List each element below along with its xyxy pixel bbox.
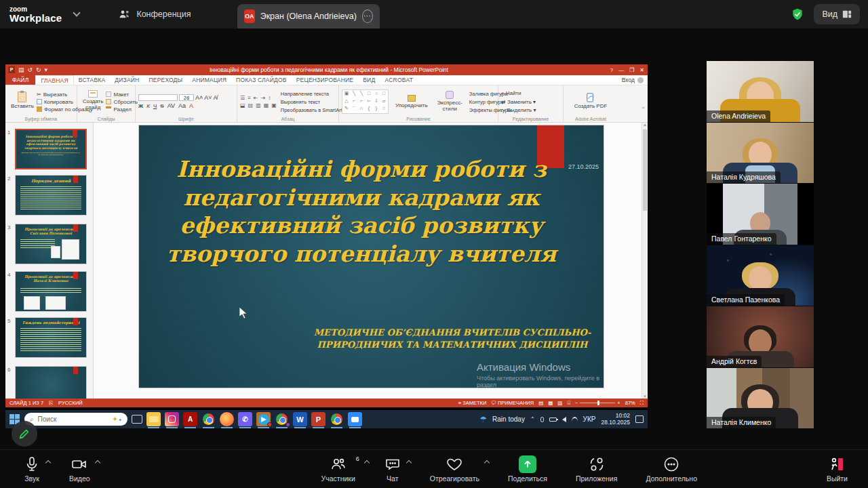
tab-meeting[interactable]: Конференция xyxy=(119,9,191,20)
tray-chevron-icon[interactable]: ⌃ xyxy=(530,416,535,422)
participant-video[interactable]: Наталія Кудряшова xyxy=(707,123,814,184)
powerpoint-app-icon[interactable]: P xyxy=(8,66,15,73)
instagram-icon[interactable] xyxy=(165,412,179,426)
video-button[interactable]: Видео xyxy=(61,455,98,483)
chrome-icon-2[interactable] xyxy=(330,412,344,426)
restore-button[interactable]: ❐ xyxy=(629,67,634,73)
thumbnail-slide-6[interactable]: 6 xyxy=(15,366,87,399)
fit-to-window-icon[interactable]: ⛶ xyxy=(640,400,644,407)
align-center-icon[interactable]: ▤ xyxy=(248,102,254,108)
tab-acrobat[interactable]: ACROBAT xyxy=(380,75,418,85)
chrome-profile-icon[interactable] xyxy=(275,412,289,426)
participant-video[interactable]: Андрій Когтєв xyxy=(707,306,814,367)
minimize-button[interactable]: — xyxy=(618,67,624,73)
grow-font-icon[interactable]: A˄ xyxy=(195,94,203,101)
weather-label[interactable]: Rain today xyxy=(492,415,525,423)
audio-options-chevron-icon[interactable] xyxy=(45,460,51,466)
underline-button[interactable]: Ч xyxy=(153,103,157,109)
indent-right-icon[interactable]: ⇥ xyxy=(261,95,266,101)
clear-format-icon[interactable]: A̸ xyxy=(214,94,218,101)
participants-chevron-icon[interactable] xyxy=(364,460,370,466)
react-chevron-icon[interactable] xyxy=(484,460,490,466)
viber-icon[interactable]: ✆ xyxy=(238,412,252,426)
tab-slideshow[interactable]: ПОКАЗ СЛАЙДОВ xyxy=(231,75,292,85)
task-view-icon[interactable] xyxy=(132,415,142,424)
arrange-button[interactable]: Упорядочить xyxy=(393,88,431,115)
taskbar-search[interactable]: ⌕ Поиск ✦✦ xyxy=(24,413,127,426)
font-color-icon[interactable]: A xyxy=(189,102,193,109)
thumbnail-slide-3[interactable]: 3 Пропозиції до презентації Світлани Паз… xyxy=(15,224,87,264)
align-left-icon[interactable]: ⬓ xyxy=(240,102,245,108)
strike-button[interactable]: S xyxy=(160,103,163,109)
save-icon[interactable]: ▤ xyxy=(18,66,24,73)
battery-icon[interactable] xyxy=(549,418,557,422)
acrobat-icon[interactable]: A xyxy=(183,412,197,426)
replace-button[interactable]: ⇄ Заменить ▾ xyxy=(501,99,560,105)
tab-transitions[interactable]: ПЕРЕХОДЫ xyxy=(144,75,187,85)
view-sorter-icon[interactable]: ▦ xyxy=(548,400,553,406)
tab-file[interactable]: ФАЙЛ xyxy=(5,75,35,85)
word-icon[interactable]: W xyxy=(293,412,307,426)
notification-center-icon[interactable] xyxy=(635,415,644,423)
participants-button[interactable]: 6 Участники xyxy=(313,455,363,483)
telegram-icon[interactable] xyxy=(256,412,271,426)
participant-video[interactable]: Павел Гонтаренко xyxy=(707,184,814,245)
zoom-in-icon[interactable]: + xyxy=(617,400,620,406)
text-direction-button[interactable]: Направление текста xyxy=(281,91,342,97)
spellcheck-icon[interactable]: ⎘ xyxy=(49,400,53,407)
tab-review[interactable]: РЕЦЕНЗИРОВАНИЕ xyxy=(292,75,359,85)
ppt-title-bar[interactable]: P ▤ ↺ ↻ ▾ Інноваційні форми роботи з пед… xyxy=(5,64,648,75)
align-text-button[interactable]: Выровнять текст xyxy=(281,99,342,105)
font-name-box[interactable] xyxy=(138,94,178,101)
view-slideshow-icon[interactable]: ⍗ xyxy=(567,400,570,407)
screen-tab-more-icon[interactable]: ⋯ xyxy=(362,9,373,23)
leave-button[interactable]: Выйти xyxy=(818,455,856,483)
new-slide-button[interactable]: Создать слайд xyxy=(80,87,106,114)
weather-icon[interactable]: ☂ xyxy=(479,415,487,424)
language-indicator[interactable]: РУССКИЙ xyxy=(58,400,83,406)
zoom-app-icon[interactable] xyxy=(348,412,362,426)
thumbnail-slide-5[interactable]: 5 Тиждень педмайстерності xyxy=(15,317,87,358)
view-button[interactable]: Вид xyxy=(814,4,860,24)
change-case-icon[interactable]: Aa xyxy=(178,102,186,109)
help-button[interactable]: ? xyxy=(610,67,613,73)
annotate-button[interactable] xyxy=(12,421,37,447)
workspace-chevron-down-icon[interactable] xyxy=(73,9,81,16)
tab-view[interactable]: ВИД xyxy=(358,75,380,85)
firefox-icon[interactable] xyxy=(220,412,234,426)
ribbon-collapse-icon[interactable]: ⌃ xyxy=(641,106,646,113)
section-button[interactable]: Раздел xyxy=(106,106,138,113)
sign-in-button[interactable]: Вход xyxy=(622,77,644,83)
align-right-icon[interactable]: ▥ xyxy=(256,102,261,108)
notes-button[interactable]: ≡ ЗАМЕТКИ xyxy=(458,400,487,406)
thumbnail-slide-1[interactable]: 1 Інноваційні форми роботи з педагогічни… xyxy=(15,129,87,169)
close-button[interactable]: ✕ xyxy=(639,67,644,73)
react-button[interactable]: Отреагировать xyxy=(422,455,488,483)
numbering-icon[interactable]: ≡ xyxy=(248,95,251,101)
share-button[interactable]: Поделиться xyxy=(500,455,555,483)
chat-chevron-icon[interactable] xyxy=(406,460,412,466)
current-slide[interactable]: 27.10.2025 Інноваційні форми роботи з пе… xyxy=(139,125,604,388)
tab-home[interactable]: ГЛАВНАЯ xyxy=(35,75,73,85)
tab-insert[interactable]: ВСТАВКА xyxy=(74,75,111,85)
network-icon[interactable] xyxy=(572,417,578,422)
smartart-button[interactable]: Преобразовать в SmartArt xyxy=(281,107,342,113)
columns-icon[interactable]: ▣ xyxy=(271,102,277,108)
taskbar-clock[interactable]: 10:02 28.10.2025 xyxy=(601,413,630,426)
create-pdf-button[interactable]: Создать PDF xyxy=(566,87,615,115)
select-button[interactable]: ▻ Выделить ▾ xyxy=(501,107,560,113)
char-spacing-icon[interactable]: AV xyxy=(167,102,175,109)
video-options-chevron-icon[interactable] xyxy=(94,460,100,466)
font-size-box[interactable]: 28 xyxy=(179,94,194,101)
powerpoint-icon[interactable]: P xyxy=(311,412,326,426)
find-button[interactable]: ⌕ Найти xyxy=(501,90,560,97)
more-button[interactable]: Дополнительно xyxy=(637,455,705,483)
justify-icon[interactable]: ▦ xyxy=(264,102,269,108)
slide-thumbnail-panel[interactable]: 1 Інноваційні форми роботи з педагогічни… xyxy=(5,123,94,399)
thumbnail-slide-2[interactable]: 2 Порядок денний xyxy=(15,175,87,216)
indent-left-icon[interactable]: ⇤ xyxy=(254,95,258,101)
tab-design[interactable]: ДИЗАЙН xyxy=(110,75,144,85)
file-explorer-icon[interactable] xyxy=(146,412,161,426)
participant-video[interactable]: Светлана Пазенкова xyxy=(707,245,814,306)
apps-button[interactable]: Приложения xyxy=(568,455,625,483)
